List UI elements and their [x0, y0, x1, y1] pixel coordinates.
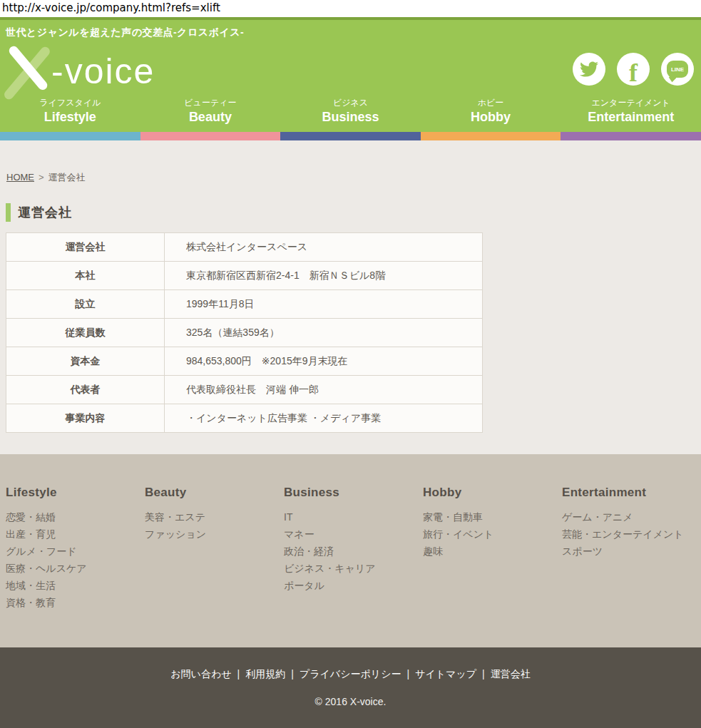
footer-heading-beauty: Beauty [145, 486, 284, 500]
footer-link[interactable]: ポータル [284, 577, 423, 594]
page-title: 運営会社 [18, 204, 72, 221]
footer-link[interactable]: 政治・経済 [284, 543, 423, 560]
main-nav: ライフスタイル Lifestyle ビューティー Beauty ビジネス Bus… [0, 97, 701, 132]
footer-link[interactable]: 家電・自動車 [423, 508, 562, 526]
hobby-bar [421, 132, 561, 140]
nav-beauty-jp: ビューティー [140, 97, 281, 108]
footer-link[interactable]: 地域・生活 [6, 577, 145, 594]
bottom-footer: お問い合わせ|利用規約|プライバシーポリシー|サイトマップ|運営会社 © 201… [0, 647, 701, 728]
footer-column-beauty: Beauty 美容・エステ ファッション [145, 486, 284, 647]
bottom-link-terms[interactable]: 利用規約 [245, 668, 285, 680]
footer-column-business: Business IT マネー 政治・経済 ビジネス・キャリア ポータル [284, 486, 423, 647]
row-value: 株式会社インタースペース [165, 233, 483, 262]
sitemap-footer: Lifestyle 恋愛・結婚 出産・育児 グルメ・フード 医療・ヘルスケア 地… [0, 454, 701, 647]
nav-hobby-en: Hobby [421, 108, 561, 125]
footer-column-lifestyle: Lifestyle 恋愛・結婚 出産・育児 グルメ・フード 医療・ヘルスケア 地… [6, 486, 145, 647]
row-label: 代表者 [6, 376, 165, 404]
row-label: 設立 [6, 290, 165, 319]
bottom-link-company[interactable]: 運営会社 [491, 668, 531, 680]
table-row: 本社 東京都新宿区西新宿2-4-1 新宿ＮＳビル8階 [6, 262, 483, 290]
bottom-links: お問い合わせ|利用規約|プライバシーポリシー|サイトマップ|運営会社 [0, 668, 701, 681]
row-label: 本社 [6, 262, 165, 290]
browser-address-bar[interactable]: http://x-voice.jp/company.html?refs=xlif… [0, 0, 701, 17]
breadcrumb-home-link[interactable]: HOME [6, 172, 34, 183]
row-value: 1999年11月8日 [165, 290, 483, 319]
line-bubble: LINE [667, 61, 688, 78]
twitter-icon[interactable] [573, 53, 605, 86]
site-header: 世代とジャンルを超えた声の交差点-クロスボイス- -voice f LINE [0, 20, 701, 132]
footer-link[interactable]: 出産・育児 [6, 526, 145, 543]
facebook-icon[interactable]: f [617, 53, 650, 86]
company-info-table: 運営会社 株式会社インタースペース 本社 東京都新宿区西新宿2-4-1 新宿ＮＳ… [6, 232, 483, 433]
site-logo[interactable]: -voice [6, 46, 155, 93]
footer-link[interactable]: スポーツ [562, 543, 701, 560]
bottom-link-contact[interactable]: お問い合わせ [170, 668, 231, 680]
nav-lifestyle-en: Lifestyle [0, 108, 140, 125]
footer-link[interactable]: マネー [284, 526, 423, 543]
title-accent-bar [6, 203, 11, 222]
row-value: 代表取締役社長 河端 伸一郎 [165, 376, 483, 404]
nav-item-beauty[interactable]: ビューティー Beauty [140, 97, 281, 132]
footer-link[interactable]: 芸能・エンターテイメント [562, 526, 701, 543]
social-icons: f LINE [573, 53, 694, 86]
footer-heading-entertainment: Entertainment [562, 486, 701, 500]
bottom-separator: | [237, 668, 240, 680]
bottom-separator: | [406, 668, 409, 680]
nav-business-jp: ビジネス [280, 97, 421, 108]
table-row: 運営会社 株式会社インタースペース [6, 233, 483, 262]
header-main: -voice f LINE [0, 41, 701, 97]
row-value: ・インターネット広告事業 ・メディア事業 [165, 404, 483, 433]
footer-link[interactable]: 資格・教育 [6, 594, 145, 611]
line-icon[interactable]: LINE [661, 53, 694, 86]
nav-item-business[interactable]: ビジネス Business [280, 97, 421, 132]
beauty-bar [140, 132, 281, 140]
footer-heading-lifestyle: Lifestyle [6, 486, 145, 500]
footer-column-hobby: Hobby 家電・自動車 旅行・イベント 趣味 [423, 486, 562, 647]
breadcrumb-current: 運営会社 [48, 172, 86, 183]
footer-link[interactable]: ゲーム・アニメ [562, 508, 701, 526]
footer-heading-business: Business [284, 486, 423, 500]
breadcrumb-separator: > [39, 172, 44, 183]
page-title-row: 運営会社 [6, 203, 701, 222]
nav-beauty-en: Beauty [140, 108, 281, 125]
footer-link[interactable]: 旅行・イベント [423, 526, 562, 543]
footer-link[interactable]: ビジネス・キャリア [284, 560, 423, 577]
nav-item-hobby[interactable]: ホビー Hobby [421, 97, 561, 132]
nav-hobby-jp: ホビー [421, 97, 561, 108]
nav-category-bars [0, 132, 701, 140]
logo-text: -voice [51, 50, 155, 93]
nav-item-entertainment[interactable]: エンターテイメント Entertainment [561, 97, 701, 132]
logo-x-mark [6, 46, 50, 93]
footer-link[interactable]: 医療・ヘルスケア [6, 560, 145, 577]
row-value: 東京都新宿区西新宿2-4-1 新宿ＮＳビル8階 [165, 262, 483, 290]
main-content: HOME>運営会社 運営会社 運営会社 株式会社インタースペース 本社 東京都新… [0, 140, 701, 454]
lifestyle-bar [0, 132, 140, 140]
footer-link[interactable]: 趣味 [423, 543, 562, 560]
row-label: 運営会社 [6, 233, 165, 262]
bottom-link-sitemap[interactable]: サイトマップ [415, 668, 476, 680]
footer-heading-hobby: Hobby [423, 486, 562, 500]
row-value: 325名（連結359名） [165, 319, 483, 347]
table-row: 従業員数 325名（連結359名） [6, 319, 483, 347]
bottom-link-privacy[interactable]: プライバシーポリシー [300, 668, 401, 680]
footer-link[interactable]: 美容・エステ [145, 508, 284, 526]
entertainment-bar [561, 132, 701, 140]
row-label: 資本金 [6, 347, 165, 376]
footer-link[interactable]: 恋愛・結婚 [6, 508, 145, 526]
business-bar [280, 132, 421, 140]
line-label: LINE [671, 66, 684, 73]
bottom-separator: | [291, 668, 294, 680]
row-value: 984,653,800円 ※2015年9月末現在 [165, 347, 483, 376]
row-label: 従業員数 [6, 319, 165, 347]
facebook-f-glyph: f [629, 60, 638, 86]
copyright-text: © 2016 X-voice. [0, 696, 701, 707]
nav-business-en: Business [280, 108, 421, 125]
footer-link[interactable]: ファッション [145, 526, 284, 543]
table-row: 設立 1999年11月8日 [6, 290, 483, 319]
nav-item-lifestyle[interactable]: ライフスタイル Lifestyle [0, 97, 140, 132]
footer-link[interactable]: グルメ・フード [6, 543, 145, 560]
footer-link[interactable]: IT [284, 508, 423, 526]
nav-entertainment-jp: エンターテイメント [561, 97, 701, 108]
table-row: 代表者 代表取締役社長 河端 伸一郎 [6, 376, 483, 404]
bottom-separator: | [482, 668, 485, 680]
